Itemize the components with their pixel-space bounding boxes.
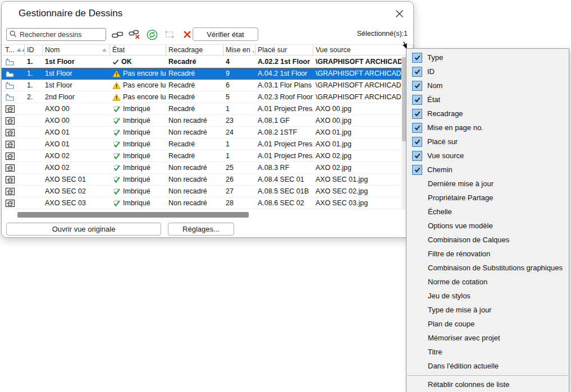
cell-id (25, 103, 43, 114)
menu-item-combinaison-de-substitutions-graphiques[interactable]: Combinaison de Substitutions graphiques (406, 261, 569, 275)
table-row[interactable]: 2.2nd FloorPas encore luRecadré5A.02.3 R… (2, 91, 401, 103)
warning-icon (112, 82, 121, 89)
menu-item-id[interactable]: ID (406, 64, 569, 79)
table-row[interactable]: 1.1st FloorPas encore luRecadré9A.04.2 1… (2, 68, 401, 80)
menu-item-label: Plan de coupe (428, 320, 474, 328)
cell-page-number: 26 (223, 174, 255, 185)
cell-page-number: 9 (223, 68, 255, 79)
cell-crop: Non recadré (166, 197, 223, 209)
break-drawing-link-icon (129, 30, 141, 39)
menu-item-label: Vue source (427, 151, 464, 160)
cell-name: AXO 02 (43, 150, 110, 162)
table-row[interactable]: 1.1st FloorOKRecadré4A.02.2 1st Floor\GR… (2, 56, 401, 68)
table-row[interactable]: 1.1st FloorPas encore luRecadré6A.03.1 F… (2, 80, 401, 91)
cell-status: Imbriqué (110, 150, 166, 162)
menu-item-titre[interactable]: Titre (406, 345, 569, 359)
cell-name: AXO 00 (43, 103, 110, 114)
menu-item-chemin[interactable]: Chemin (406, 163, 569, 177)
cell-id: 1. (25, 68, 43, 79)
image-drawing-icon (5, 128, 15, 137)
cell-crop: Recadré (166, 56, 223, 67)
cell-page-number: 1 (223, 150, 255, 162)
table-row[interactable]: AXO 01ImbriquéNon recadré24A.08.2 1STFAX… (2, 127, 401, 139)
menu-item-mise-en-page-no[interactable]: Mise en page no. (406, 121, 569, 135)
menu-item-memoriser-avec-projet[interactable]: Mémoriser avec projet (406, 331, 569, 345)
menu-item-label: ID (427, 67, 435, 76)
status-label: OK (121, 58, 132, 66)
table-row[interactable]: AXO 02ImbriquéNon recadré25A.08.3 RFAXO … (2, 162, 401, 174)
cell-status: Pas encore lu (110, 91, 166, 103)
cell-crop: Recadré (166, 68, 223, 79)
open-source-view-button[interactable]: Ouvrir vue originale (6, 223, 161, 236)
cell-source-view: AXO 01.jpg (313, 127, 401, 138)
menu-item-label: Type de mise à jour (428, 306, 491, 314)
menu-item-filtre-de-renovation[interactable]: Filtre de rénovation (406, 247, 569, 261)
table-row[interactable]: AXO SEC 01ImbriquéNon recadré26A.08.4 SE… (2, 174, 401, 186)
settings-button[interactable]: Réglages... (168, 223, 234, 236)
menu-item-label: Nom (427, 81, 442, 90)
column-header-etat[interactable]: État (110, 45, 166, 55)
horizontal-scrollbar-thumb[interactable] (17, 212, 249, 218)
close-button[interactable] (392, 7, 406, 22)
warning-icon (112, 94, 121, 101)
table-row[interactable]: AXO 00ImbriquéNon recadré23A.08.1 GFAXO … (2, 115, 401, 127)
column-label: T... (5, 46, 15, 54)
column-header-id[interactable]: ID (25, 45, 43, 55)
column-header-recadrage[interactable]: Recadrage (166, 45, 223, 55)
table-row[interactable]: AXO SEC 03ImbriquéNon recadré28A.08.6 SE… (2, 197, 401, 209)
menu-item-norme-de-cotation[interactable]: Norme de cotation (406, 275, 569, 289)
cell-source-view: AXO SEC 01.jpg (313, 174, 401, 185)
cell-id: 1. (25, 56, 43, 67)
cell-crop: Recadré (166, 139, 223, 150)
cell-source-view: AXO SEC 02.jpg (313, 186, 401, 197)
menu-item-type[interactable]: Type (406, 50, 569, 64)
table-row[interactable]: AXO 01ImbriquéRecadré1A.01 Project Pres.… (2, 139, 401, 150)
cell-placed-on: A.01 Project Pres... (255, 150, 313, 162)
menu-item-options-vue-modele[interactable]: Options vue modèle (406, 219, 569, 233)
menu-item-place-sur[interactable]: Placé sur (406, 135, 569, 149)
column-header-mise[interactable]: Mise en ... (223, 45, 255, 55)
column-header-place[interactable]: Placé sur (255, 45, 313, 55)
menu-item-etat[interactable]: État (406, 93, 569, 107)
status-label: Imbriqué (123, 117, 150, 124)
menu-item-plan-de-coupe[interactable]: Plan de coupe (406, 317, 569, 331)
menu-item-jeu-de-stylos[interactable]: Jeu de stylos (406, 289, 569, 303)
menu-item-derniere-mise-a-jour[interactable]: Dernière mise à jour (406, 177, 569, 191)
toolbar-icons (110, 27, 194, 41)
menu-item-proprietaire-partage[interactable]: Propriétaire Partage (406, 191, 569, 205)
cell-id (25, 139, 43, 150)
search-box[interactable] (6, 28, 106, 41)
sort-up-icon (102, 48, 107, 52)
menu-item-combinaison-de-calques[interactable]: Combinaison de Calques (406, 233, 569, 247)
menu-item-type-de-mise-a-jour[interactable]: Type de mise à jour (406, 303, 569, 317)
column-header-type[interactable]: T... (2, 45, 25, 55)
menu-item-echelle[interactable]: Échelle (406, 205, 569, 219)
verify-status-button[interactable]: Vérifier état (193, 27, 258, 41)
cell-source-view: \GRAPHISOFT ARCHICAD Sam (313, 56, 401, 67)
table-row[interactable]: AXO SEC 02ImbriquéNon recadré27A.08.5 SE… (2, 186, 401, 197)
link-drawing-button[interactable] (110, 27, 125, 41)
cell-page-number: 5 (223, 91, 255, 103)
table-row[interactable]: AXO 02ImbriquéRecadré1A.01 Project Pres.… (2, 150, 401, 162)
column-header-vue[interactable]: Vue source (313, 45, 413, 55)
column-header-nom[interactable]: Nom (43, 45, 110, 55)
menu-item-vue-source[interactable]: Vue source (406, 149, 569, 163)
warning-icon (112, 70, 121, 77)
horizontal-scrollbar[interactable] (2, 211, 413, 219)
menu-item-label: Dans l'édition actuelle (428, 362, 499, 370)
menu-item-nom[interactable]: Nom (406, 79, 569, 93)
search-input[interactable] (20, 31, 103, 39)
break-drawing-link-button[interactable] (127, 27, 142, 41)
cell-status: Imbriqué (110, 103, 166, 114)
menu-item-recadrage[interactable]: Recadrage (406, 107, 569, 121)
nested-icon (112, 187, 121, 195)
column-label: Vue source (316, 46, 351, 54)
update-drawing-button[interactable] (145, 27, 159, 41)
table-row[interactable]: AXO 00ImbriquéRecadré1A.01 Project Pres.… (2, 103, 401, 115)
cell-source-view: AXO 00.jpg (313, 103, 401, 114)
cell-source-view: AXO SEC 03.jpg (313, 197, 401, 209)
menu-item-dans-l-edition-actuelle[interactable]: Dans l'édition actuelle (406, 359, 569, 373)
cell-placed-on: A.01 Project Pres... (255, 139, 313, 150)
cell-id (25, 127, 43, 138)
menu-item-retablir-colonnes-de-liste[interactable]: Rétablir colonnes de liste (406, 377, 569, 391)
